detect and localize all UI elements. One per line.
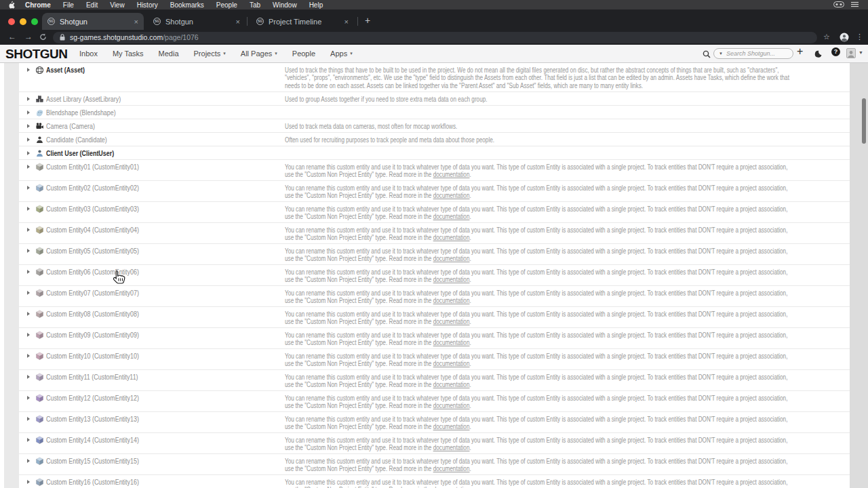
disclosure-triangle-icon[interactable] bbox=[27, 438, 30, 442]
table-row[interactable]: Custom Entity08 (CustomEntity08) You can… bbox=[19, 307, 850, 328]
disclosure-triangle-icon[interactable] bbox=[27, 354, 30, 358]
nav-item-people[interactable]: People bbox=[285, 49, 323, 58]
table-row[interactable]: Custom Entity16 (CustomEntity16) You can… bbox=[19, 475, 850, 488]
table-row[interactable]: Custom Entity06 (CustomEntity06) You can… bbox=[19, 265, 850, 286]
documentation-link[interactable]: documentation bbox=[433, 444, 470, 451]
documentation-link[interactable]: documentation bbox=[433, 276, 470, 283]
table-row[interactable]: Custom Entity05 (CustomEntity05) You can… bbox=[19, 244, 850, 265]
browser-tab[interactable]: SGShotgun× bbox=[42, 13, 144, 30]
close-tab-icon[interactable]: × bbox=[344, 18, 349, 26]
table-row[interactable]: Candidate (Candidate) Often used for rec… bbox=[19, 133, 850, 146]
disclosure-triangle-icon[interactable] bbox=[27, 249, 30, 253]
disclosure-triangle-icon[interactable] bbox=[27, 291, 30, 295]
disclosure-triangle-icon[interactable] bbox=[27, 97, 30, 101]
menubar-item-people[interactable]: People bbox=[210, 1, 243, 9]
browser-profile-avatar[interactable] bbox=[840, 33, 849, 44]
nav-item-inbox[interactable]: Inbox bbox=[72, 49, 105, 58]
disclosure-triangle-icon[interactable] bbox=[27, 228, 30, 232]
disclosure-triangle-icon[interactable] bbox=[27, 480, 30, 484]
table-row[interactable]: Custom Entity01 (CustomEntity01) You can… bbox=[19, 160, 850, 181]
minimize-window-button[interactable] bbox=[20, 18, 26, 25]
documentation-link[interactable]: documentation bbox=[433, 339, 470, 346]
disclosure-triangle-icon[interactable] bbox=[27, 375, 30, 379]
notification-center-icon[interactable] bbox=[851, 1, 859, 9]
documentation-link[interactable]: documentation bbox=[433, 192, 470, 199]
documentation-link[interactable]: documentation bbox=[433, 423, 470, 430]
disclosure-triangle-icon[interactable] bbox=[27, 207, 30, 211]
table-row[interactable]: Custom Entity02 (CustomEntity02) You can… bbox=[19, 181, 850, 202]
disclosure-triangle-icon[interactable] bbox=[27, 396, 30, 400]
table-row[interactable]: Custom Entity12 (CustomEntity12) You can… bbox=[19, 391, 850, 412]
documentation-link[interactable]: documentation bbox=[433, 318, 470, 325]
menubar-item-help[interactable]: Help bbox=[303, 1, 330, 9]
close-window-button[interactable] bbox=[8, 18, 15, 25]
forward-button[interactable]: → bbox=[24, 32, 33, 41]
disclosure-triangle-icon[interactable] bbox=[27, 151, 30, 155]
table-row[interactable]: Custom Entity14 (CustomEntity14) You can… bbox=[19, 433, 850, 454]
nav-item-projects[interactable]: Projects▾ bbox=[186, 49, 233, 58]
scrollbar-thumb[interactable] bbox=[862, 98, 866, 144]
nav-item-all-pages[interactable]: All Pages▾ bbox=[233, 49, 285, 58]
disclosure-triangle-icon[interactable] bbox=[27, 138, 30, 142]
disclosure-triangle-icon[interactable] bbox=[27, 68, 30, 72]
disclosure-triangle-icon[interactable] bbox=[27, 270, 30, 274]
help-button[interactable]: ? bbox=[831, 47, 840, 56]
url-bar[interactable]: sg-games.shotgunstudio.com/page/1076 bbox=[53, 32, 817, 43]
documentation-link[interactable]: documentation bbox=[433, 465, 470, 472]
disclosure-triangle-icon[interactable] bbox=[27, 333, 30, 337]
shotgun-logo[interactable]: SHOTGUN bbox=[5, 47, 68, 62]
add-button[interactable]: + bbox=[797, 45, 803, 58]
table-row[interactable]: Custom Entity04 (CustomEntity04) You can… bbox=[19, 223, 850, 244]
documentation-link[interactable]: documentation bbox=[433, 171, 470, 178]
nav-item-apps[interactable]: Apps▾ bbox=[323, 49, 360, 58]
table-row[interactable]: Custom Entity13 (CustomEntity13) You can… bbox=[19, 412, 850, 433]
table-row[interactable]: Camera (Camera) Used to track meta data … bbox=[19, 119, 850, 133]
table-row[interactable]: Client User (ClientUser) bbox=[19, 146, 850, 160]
user-avatar[interactable] bbox=[846, 48, 856, 58]
disclosure-triangle-icon[interactable] bbox=[27, 124, 30, 128]
documentation-link[interactable]: documentation bbox=[433, 234, 470, 241]
browser-tab[interactable]: SGShotgun× bbox=[148, 13, 245, 30]
table-row[interactable]: Custom Entity09 (CustomEntity09) You can… bbox=[19, 328, 850, 349]
table-row[interactable]: Custom Entity11 (CustomEntity11) You can… bbox=[19, 370, 850, 391]
menubar-item-bookmarks[interactable]: Bookmarks bbox=[164, 1, 210, 9]
disclosure-triangle-icon[interactable] bbox=[27, 110, 30, 115]
disclosure-triangle-icon[interactable] bbox=[27, 165, 30, 169]
apple-icon[interactable] bbox=[0, 1, 19, 9]
table-row[interactable]: Custom Entity10 (CustomEntity10) You can… bbox=[19, 349, 850, 370]
documentation-link[interactable]: documentation bbox=[433, 381, 470, 388]
new-tab-button[interactable]: + bbox=[365, 15, 370, 26]
menubar-item-chrome[interactable]: Chrome bbox=[19, 1, 57, 9]
close-tab-icon[interactable]: × bbox=[236, 18, 240, 26]
back-button[interactable]: ← bbox=[8, 32, 16, 41]
nav-item-media[interactable]: Media bbox=[151, 49, 186, 58]
documentation-link[interactable]: documentation bbox=[433, 213, 470, 220]
screen-record-indicator-icon[interactable] bbox=[833, 1, 844, 9]
disclosure-triangle-icon[interactable] bbox=[27, 417, 30, 421]
search-icon[interactable] bbox=[703, 49, 711, 61]
disclosure-triangle-icon[interactable] bbox=[27, 312, 30, 316]
global-search-input[interactable]: ▼ Search Shotgun... bbox=[713, 48, 793, 59]
night-mode-moon-icon[interactable] bbox=[814, 49, 822, 61]
menubar-item-history[interactable]: History bbox=[131, 1, 164, 9]
menubar-item-edit[interactable]: Edit bbox=[80, 1, 104, 9]
documentation-link[interactable]: documentation bbox=[433, 402, 470, 409]
close-tab-icon[interactable]: × bbox=[134, 18, 138, 26]
nav-item-my-tasks[interactable]: My Tasks bbox=[105, 49, 151, 58]
browser-menu-icon[interactable]: ⋮ bbox=[856, 33, 863, 41]
menubar-item-tab[interactable]: Tab bbox=[243, 1, 267, 9]
bookmark-star-icon[interactable]: ☆ bbox=[823, 33, 830, 41]
disclosure-triangle-icon[interactable] bbox=[27, 459, 30, 463]
documentation-link[interactable]: documentation bbox=[433, 255, 470, 262]
documentation-link[interactable]: documentation bbox=[433, 297, 470, 304]
browser-tab[interactable]: SGProject Timeline× bbox=[251, 13, 354, 30]
table-row[interactable]: Asset (Asset) Used to track the things t… bbox=[19, 63, 850, 92]
table-row[interactable]: Custom Entity07 (CustomEntity07) You can… bbox=[19, 286, 850, 307]
chevron-down-icon[interactable]: ▼ bbox=[719, 52, 723, 56]
reload-button[interactable] bbox=[39, 33, 47, 43]
table-row[interactable]: Blendshape (Blendshape) bbox=[19, 106, 850, 119]
lock-icon[interactable] bbox=[60, 34, 65, 41]
table-row[interactable]: Custom Entity15 (CustomEntity15) You can… bbox=[19, 454, 850, 475]
table-row[interactable]: Custom Entity03 (CustomEntity03) You can… bbox=[19, 202, 850, 223]
chevron-down-icon[interactable]: ▼ bbox=[859, 50, 863, 55]
